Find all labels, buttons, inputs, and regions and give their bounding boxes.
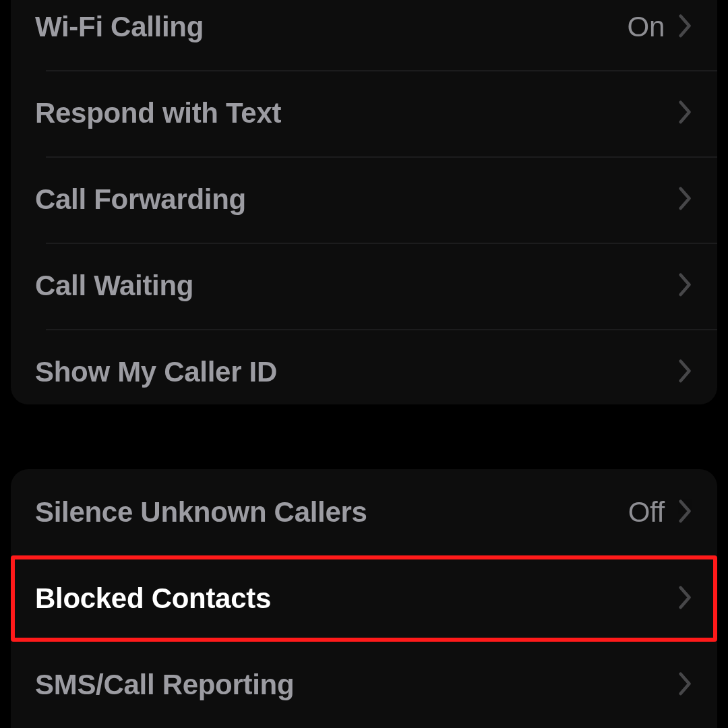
row-call-forwarding[interactable]: Call Forwarding xyxy=(11,156,717,243)
row-label: Show My Caller ID xyxy=(35,356,678,388)
row-silence-unknown-callers[interactable]: Silence Unknown Callers Off xyxy=(11,469,717,555)
chevron-right-icon xyxy=(678,671,693,698)
row-respond-with-text[interactable]: Respond with Text xyxy=(11,70,717,156)
settings-group-calling: Wi-Fi Calling On Respond with Text Call … xyxy=(11,0,717,404)
chevron-right-icon xyxy=(678,585,693,612)
chevron-right-icon xyxy=(678,13,693,40)
row-label: Respond with Text xyxy=(35,97,678,129)
row-label: Call Forwarding xyxy=(35,183,678,216)
row-blocked-contacts[interactable]: Blocked Contacts xyxy=(11,555,717,642)
row-label: Blocked Contacts xyxy=(35,582,678,615)
chevron-right-icon xyxy=(678,499,693,526)
row-label: SMS/Call Reporting xyxy=(35,669,678,701)
row-sms-call-reporting[interactable]: SMS/Call Reporting xyxy=(11,642,717,728)
chevron-right-icon xyxy=(678,359,693,386)
settings-group-blocking: Silence Unknown Callers Off Blocked Cont… xyxy=(11,469,717,728)
row-show-my-caller-id[interactable]: Show My Caller ID xyxy=(11,329,717,404)
row-label: Call Waiting xyxy=(35,270,678,302)
row-wifi-calling[interactable]: Wi-Fi Calling On xyxy=(11,0,717,70)
chevron-right-icon xyxy=(678,186,693,213)
row-value: Off xyxy=(628,496,665,528)
row-value: On xyxy=(628,11,665,43)
chevron-right-icon xyxy=(678,272,693,299)
chevron-right-icon xyxy=(678,100,693,127)
row-label: Silence Unknown Callers xyxy=(35,496,628,528)
row-call-waiting[interactable]: Call Waiting xyxy=(11,243,717,329)
row-label: Wi-Fi Calling xyxy=(35,11,628,43)
